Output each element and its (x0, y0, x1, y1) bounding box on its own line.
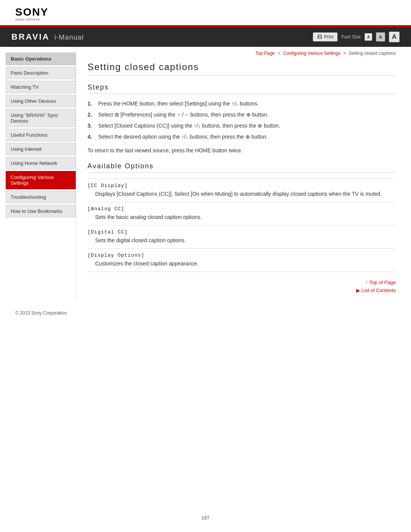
option-item-cc-display: [CC Display] Displays [Closed Captions (… (88, 179, 396, 202)
font-size-large-button[interactable]: A (389, 32, 400, 42)
option-item-display-options: [Display Options] Customizes the closed … (88, 249, 396, 272)
logo-area: SONY make.believe (0, 0, 411, 25)
steps-list: 1. Press the HOME button, then select [S… (88, 100, 396, 141)
page-wrapper: SONY make.believe BRAVIA i-Manual Print … (0, 0, 411, 532)
return-note: To return to the last viewed source, pre… (88, 147, 396, 155)
font-size-small-button[interactable]: A (365, 33, 372, 41)
main-layout: Basic Operations Parts Description Watch… (0, 47, 411, 301)
font-size-label: Font Size (341, 34, 361, 40)
option-desc-display-options: Customizes the closed caption appearance… (88, 260, 396, 268)
bravia-title: BRAVIA i-Manual (11, 32, 84, 42)
svg-rect-2 (318, 37, 321, 39)
step-4-num: 4. (88, 133, 95, 141)
svg-rect-3 (318, 37, 319, 37)
list-of-contents-label: List of Contents (362, 288, 396, 293)
sidebar-item-useful-functions[interactable]: Useful Functions (6, 129, 76, 141)
sony-logo: SONY make.believe (15, 7, 396, 21)
sidebar-item-using-other-devices[interactable]: Using Other Devices (6, 95, 76, 107)
sidebar-item-how-to-use-bookmarks[interactable]: How to Use Bookmarks (6, 205, 76, 217)
steps-heading: Steps (88, 83, 396, 94)
print-button[interactable]: Print (313, 32, 338, 42)
sidebar-item-troubleshooting[interactable]: Troubleshooting (6, 191, 76, 203)
option-item-digital-cc: [Digital CC] Sets the digital closed cap… (88, 225, 396, 249)
sidebar-item-watching-tv[interactable]: Watching TV (6, 81, 76, 93)
sidebar-item-basic-operations[interactable]: Basic Operations (6, 53, 76, 65)
arrow-up-icon: ↑ (365, 280, 368, 285)
options-heading: Available Options (88, 162, 396, 173)
brand-name: BRAVIA (11, 32, 50, 42)
breadcrumb-sep-2: > (343, 51, 347, 56)
list-of-contents-link[interactable]: ▶ List of Contents (356, 288, 396, 293)
top-of-page-link[interactable]: ↑ Top of Page (365, 280, 396, 285)
printer-icon (317, 34, 322, 40)
header-bar: BRAVIA i-Manual Print Font Size A A A (0, 27, 411, 47)
font-size-medium-button[interactable]: A (376, 32, 385, 42)
step-4-text: Select the desired option using the ↑/↓ … (98, 133, 396, 141)
print-label: Print (324, 34, 334, 40)
arrow-right-icon: ▶ (356, 288, 360, 293)
footer-nav: ↑ Top of Page ▶ List of Contents (88, 280, 396, 293)
sidebar-item-using-bravia-sync[interactable]: Using "BRAVIA" Sync Devices (6, 109, 76, 127)
sony-brand: SONY (15, 7, 396, 18)
step-2-text: Select ⊞ [Preferences] using the ←/→ but… (98, 111, 396, 119)
breadcrumb: Top Page > Configuring Various Settings … (88, 51, 396, 56)
step-1-num: 1. (88, 100, 95, 108)
sidebar-item-using-internet[interactable]: Using Internet (6, 143, 76, 155)
breadcrumb-sep-1: > (277, 51, 281, 56)
step-3-num: 3. (88, 122, 95, 130)
step-item: 1. Press the HOME button, then select [S… (88, 100, 396, 108)
bottom-bar: © 2013 Sony Corporation (0, 305, 411, 323)
step-item: 3. Select [Closed Captions (CC)] using t… (88, 122, 396, 130)
sony-tagline: make.believe (15, 18, 396, 21)
step-item: 2. Select ⊞ [Preferences] using the ←/→ … (88, 111, 396, 119)
product-name: i-Manual (54, 34, 84, 42)
svg-rect-1 (318, 35, 321, 36)
step-2-num: 2. (88, 111, 95, 119)
content-area: Top Page > Configuring Various Settings … (76, 47, 411, 301)
option-name-digital-cc: [Digital CC] (88, 229, 396, 235)
header-controls: Print Font Size A A A (313, 32, 400, 42)
option-desc-digital-cc: Sets the digital closed caption options. (88, 236, 396, 244)
sidebar-item-using-home-network[interactable]: Using Home Network (6, 157, 76, 169)
step-1-text: Press the HOME button, then select [Sett… (98, 100, 396, 108)
breadcrumb-top-page[interactable]: Top Page (255, 51, 275, 56)
sidebar-item-configuring-various-settings[interactable]: Configuring Various Settings (6, 171, 76, 189)
page-title: Setting closed captions (88, 62, 396, 76)
option-name-display-options: [Display Options] (88, 252, 396, 258)
option-desc-cc-display: Displays [Closed Captions (CC)]. Select … (88, 190, 396, 198)
step-item: 4. Select the desired option using the ↑… (88, 133, 396, 141)
step-3-text: Select [Closed Captions (CC)] using the … (98, 122, 396, 130)
option-item-analog-cc: [Analog CC] Sets the basic analog closed… (88, 202, 396, 225)
option-name-analog-cc: [Analog CC] (88, 206, 396, 212)
options-section: [CC Display] Displays [Closed Captions (… (88, 179, 396, 272)
top-of-page-label: Top of Page (370, 280, 396, 285)
breadcrumb-current: Setting closed captions (349, 51, 396, 56)
option-name-cc-display: [CC Display] (88, 183, 396, 189)
sidebar: Basic Operations Parts Description Watch… (0, 47, 76, 301)
sidebar-item-parts-description[interactable]: Parts Description (6, 67, 76, 79)
page-number: 187 (201, 515, 210, 521)
copyright: © 2013 Sony Corporation (15, 310, 67, 316)
breadcrumb-configuring[interactable]: Configuring Various Settings (283, 51, 341, 56)
option-desc-analog-cc: Sets the basic analog closed caption opt… (88, 213, 396, 221)
